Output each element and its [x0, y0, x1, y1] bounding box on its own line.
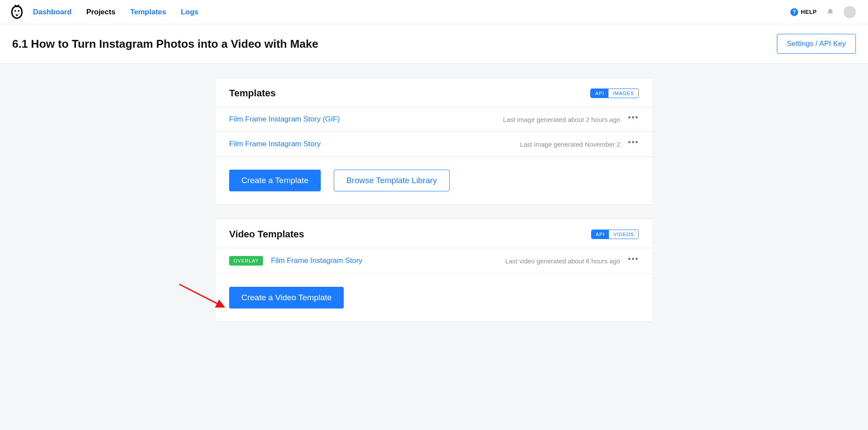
- content: Templates API IMAGES Film Frame Instagra…: [215, 78, 653, 322]
- svg-point-0: [14, 10, 16, 12]
- help-button[interactable]: ? HELP: [790, 8, 817, 16]
- templates-card-header: Templates API IMAGES: [215, 78, 653, 107]
- more-menu-icon[interactable]: •••: [628, 141, 639, 144]
- video-templates-card-header: Video Templates API VIDEOS: [215, 219, 653, 248]
- nav-templates[interactable]: Templates: [130, 8, 166, 16]
- video-templates-heading: Video Templates: [229, 229, 304, 240]
- help-label: HELP: [801, 9, 817, 15]
- templates-card-actions: Create a Template Browse Template Librar…: [215, 157, 653, 204]
- nav-items: Dashboard Projects Templates Logs: [33, 8, 198, 16]
- pill-api-label: API: [591, 89, 608, 98]
- pill-videos-label: VIDEOS: [609, 230, 638, 239]
- help-icon: ?: [790, 8, 798, 16]
- video-template-meta: Last video generated about 6 hours ago: [505, 257, 620, 265]
- template-link[interactable]: Film Frame Instagram Story: [229, 140, 321, 148]
- template-meta: Last image generated about 2 hours ago: [503, 116, 620, 123]
- avatar[interactable]: [844, 6, 856, 18]
- logo-icon[interactable]: [10, 5, 24, 20]
- nav-projects[interactable]: Projects: [86, 8, 115, 16]
- template-row: Film Frame Instagram Story Last image ge…: [215, 132, 653, 157]
- settings-api-key-button[interactable]: Settings / API Key: [777, 34, 856, 54]
- video-template-link[interactable]: Film Frame Instagram Story: [271, 256, 362, 265]
- video-template-row: OVERLAY Film Frame Instagram Story Last …: [215, 248, 653, 274]
- api-images-pill[interactable]: API IMAGES: [590, 89, 639, 98]
- template-meta: Last image generated November 2: [520, 141, 620, 148]
- create-video-template-button[interactable]: Create a Video Template: [229, 287, 344, 309]
- page-title: 6.1 How to Turn Instagram Photos into a …: [12, 37, 777, 51]
- top-nav: Dashboard Projects Templates Logs ? HELP: [0, 0, 868, 24]
- create-template-button[interactable]: Create a Template: [229, 170, 321, 191]
- templates-card: Templates API IMAGES Film Frame Instagra…: [215, 78, 653, 205]
- more-menu-icon[interactable]: •••: [628, 116, 639, 119]
- template-link[interactable]: Film Frame Instagram Story (GIF): [229, 115, 340, 124]
- browse-template-library-button[interactable]: Browse Template Library: [334, 170, 450, 191]
- overlay-badge: OVERLAY: [229, 256, 263, 266]
- pill-images-label: IMAGES: [608, 89, 638, 98]
- video-templates-card: Video Templates API VIDEOS OVERLAY Film …: [215, 219, 653, 322]
- nav-logs[interactable]: Logs: [181, 8, 199, 16]
- bell-icon[interactable]: [826, 8, 834, 16]
- more-menu-icon[interactable]: •••: [628, 257, 639, 261]
- svg-point-1: [18, 10, 20, 12]
- pill-api-label: API: [592, 230, 609, 239]
- api-videos-pill[interactable]: API VIDEOS: [591, 230, 639, 239]
- templates-heading: Templates: [229, 88, 276, 99]
- template-row: Film Frame Instagram Story (GIF) Last im…: [215, 107, 653, 132]
- title-bar: 6.1 How to Turn Instagram Photos into a …: [0, 24, 868, 64]
- nav-dashboard[interactable]: Dashboard: [33, 8, 72, 16]
- video-templates-card-actions: Create a Video Template: [215, 274, 653, 322]
